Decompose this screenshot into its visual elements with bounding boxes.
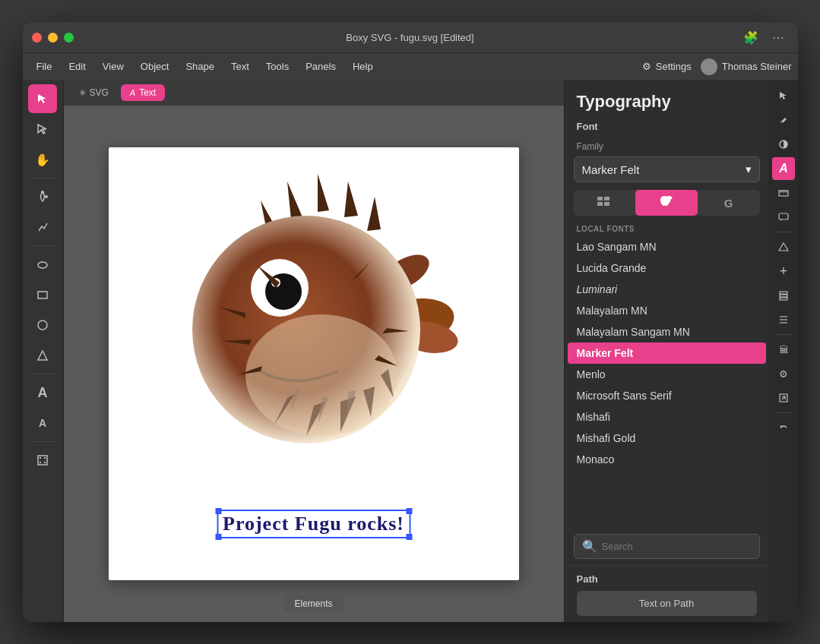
handle-tr[interactable]: [406, 508, 412, 514]
export-tool-right[interactable]: [772, 387, 795, 409]
font-item-malayalam-mn[interactable]: Malayalam MN: [568, 300, 766, 321]
menu-panels[interactable]: Panels: [298, 58, 344, 75]
text-on-path-button[interactable]: Text on Path: [577, 591, 757, 616]
toolbar-separator-1: [30, 178, 55, 178]
canvas-viewport[interactable]: Project Fugu rocks! Elements: [64, 106, 564, 622]
svg-rect-6: [38, 456, 47, 465]
tab-text-label: Text: [139, 87, 156, 98]
font-item-marker-felt[interactable]: Marker Felt: [568, 343, 766, 364]
bank-tool-right[interactable]: 🏛: [772, 338, 795, 361]
layers-tool-right[interactable]: [772, 284, 795, 307]
gear-tool-right[interactable]: ⚙: [772, 362, 795, 385]
settings-label: Settings: [656, 61, 692, 72]
font-item-lucida-grande[interactable]: Lucida Grande: [568, 257, 766, 279]
svg-marker-14: [344, 182, 358, 217]
text-tab-icon: A: [130, 88, 135, 97]
font-source-tabs: G: [574, 190, 760, 216]
menubar-right-section: ⚙ Settings Thomas Steiner: [642, 58, 792, 75]
right-separator-2: [775, 334, 792, 335]
font-item-lao-sangam-mn[interactable]: Lao Sangam MN: [568, 236, 766, 257]
contrast-tool-right[interactable]: [772, 133, 795, 156]
typography-panel: Typography Font Family Marker Felt ▾: [564, 80, 769, 622]
text-tool[interactable]: A: [28, 378, 57, 407]
list-tool-right[interactable]: [772, 308, 795, 331]
menu-help[interactable]: Help: [345, 58, 381, 75]
tab-text[interactable]: A Text: [121, 84, 165, 101]
font-item-mishafi-gold[interactable]: Mishafi Gold: [568, 428, 766, 449]
menu-edit[interactable]: Edit: [61, 58, 93, 75]
maximize-button[interactable]: [64, 33, 74, 43]
ruler-tool-right[interactable]: [772, 182, 795, 204]
font-section-label: Font: [565, 118, 769, 138]
font-item-luminari[interactable]: Luminari: [568, 279, 766, 300]
font-item-malayalam-sangam-mn[interactable]: Malayalam Sangam MN: [568, 321, 766, 343]
settings-sliders-icon: ⚙: [642, 61, 651, 72]
canvas-white: Project Fugu rocks!: [109, 147, 519, 580]
tab-svg[interactable]: ✳ SVG: [70, 84, 118, 101]
right-icon-toolbar: A + 🏛 ⚙: [769, 80, 798, 622]
svg-marker-13: [318, 174, 329, 212]
left-toolbar: ✋ A A: [23, 80, 64, 622]
text-small-tool[interactable]: A: [28, 409, 57, 437]
right-separator-1: [775, 232, 792, 232]
triangle-tool[interactable]: [28, 341, 57, 370]
circle-tool[interactable]: [28, 311, 57, 339]
font-family-dropdown[interactable]: Marker Felt ▾: [574, 156, 760, 182]
font-search-box[interactable]: 🔍: [574, 534, 760, 559]
puzzle-icon[interactable]: 🧩: [740, 27, 761, 48]
svg-point-1: [45, 195, 48, 198]
pan-tool[interactable]: ✋: [28, 145, 57, 174]
pointer-tool-right[interactable]: [772, 84, 795, 107]
canvas-area: ✳ SVG A Text: [64, 80, 564, 622]
font-search-input[interactable]: [602, 541, 752, 552]
pencil-tool-right[interactable]: [772, 109, 795, 131]
elements-button[interactable]: Elements: [283, 595, 343, 613]
rectangle-tool[interactable]: [28, 280, 57, 309]
font-source-list-tab[interactable]: [574, 190, 636, 216]
path-section: Path Text on Path: [565, 565, 769, 622]
more-options-button[interactable]: ⋯: [768, 27, 789, 48]
font-item-microsoft-sans-serif[interactable]: Microsoft Sans Serif: [568, 385, 766, 406]
menu-file[interactable]: File: [29, 58, 60, 75]
handle-br[interactable]: [406, 534, 412, 540]
font-item-menlo[interactable]: Menlo: [568, 364, 766, 385]
minimize-button[interactable]: [48, 33, 58, 43]
panel-title: Typography: [565, 80, 769, 118]
direct-select-tool[interactable]: [28, 115, 57, 144]
handle-tl[interactable]: [215, 508, 221, 514]
svg-rect-43: [604, 202, 609, 206]
node-edit-tool[interactable]: [28, 182, 57, 211]
svg-marker-12: [287, 182, 302, 219]
settings-button[interactable]: ⚙ Settings: [642, 61, 692, 72]
menu-object[interactable]: Object: [133, 58, 177, 75]
comment-tool-right[interactable]: [772, 206, 795, 229]
svg-rect-41: [604, 197, 609, 200]
font-source-google-tab[interactable]: G: [698, 190, 760, 216]
triangle-right-tool[interactable]: [772, 235, 795, 258]
svg-point-4: [38, 320, 47, 330]
toolbar-separator-3: [30, 374, 55, 374]
canvas-text-element[interactable]: Project Fugu rocks!: [217, 510, 410, 538]
window-title: Boxy SVG - fugu.svg [Edited]: [346, 32, 473, 43]
svg-marker-5: [38, 351, 47, 360]
frame-tool[interactable]: [28, 446, 57, 475]
svg-point-2: [38, 262, 47, 268]
font-list-section-header: LOCAL FONTS: [565, 222, 769, 236]
handle-bl[interactable]: [215, 534, 221, 540]
user-button[interactable]: Thomas Steiner: [701, 58, 792, 75]
close-button[interactable]: [32, 33, 42, 43]
font-source-apple-tab[interactable]: [635, 190, 698, 216]
select-tool[interactable]: [28, 84, 57, 113]
path-section-label: Path: [577, 573, 757, 585]
font-item-monaco[interactable]: Monaco: [568, 449, 766, 470]
ellipse-tool[interactable]: [28, 250, 57, 279]
undo-tool-right[interactable]: [772, 416, 795, 439]
plus-tool-right[interactable]: +: [772, 260, 795, 283]
menu-tools[interactable]: Tools: [258, 58, 296, 75]
font-item-mishafi[interactable]: Mishafi: [568, 406, 766, 428]
menu-view[interactable]: View: [95, 58, 131, 75]
typography-tool-right[interactable]: A: [772, 157, 795, 180]
menu-shape[interactable]: Shape: [178, 58, 222, 75]
menu-text[interactable]: Text: [223, 58, 257, 75]
pen-tool[interactable]: [28, 213, 57, 242]
